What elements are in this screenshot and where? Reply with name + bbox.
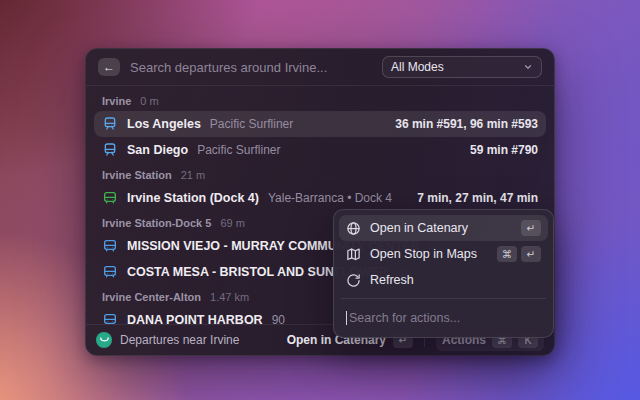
return-key-badge: ↵: [521, 220, 541, 236]
catenary-app-icon: [96, 332, 112, 348]
row-times: 7 min, 27 min, 47 min: [417, 191, 538, 205]
menu-item-shortcut: ↵: [521, 220, 541, 236]
row-title: Los Angeles: [127, 117, 201, 131]
section-title: Irvine: [102, 95, 131, 107]
text-caret: [346, 311, 347, 325]
search-bar: ← Search departures around Irvine... All…: [86, 49, 554, 86]
mode-filter-dropdown[interactable]: All Modes: [382, 56, 542, 78]
section-distance: 0 m: [140, 95, 158, 107]
section-title: Irvine Station: [102, 169, 172, 181]
row-times: 36 min #591, 96 min #593: [395, 117, 538, 131]
globe-icon: [346, 221, 361, 236]
row-subtitle: Pacific Surfliner: [210, 117, 293, 131]
menu-item-label: Refresh: [370, 273, 414, 287]
desktop-background: ← Search departures around Irvine... All…: [0, 0, 640, 400]
return-key-badge: ↵: [521, 246, 541, 262]
back-arrow-icon: ←: [103, 60, 115, 74]
row-times: 59 min #790: [470, 143, 538, 157]
row-subtitle: Pacific Surfliner: [197, 143, 280, 157]
menu-item-label: Open in Catenary: [370, 221, 468, 235]
section-title: Irvine Station-Dock 5: [102, 217, 211, 229]
actions-menu: Open in Catenary ↵ Open Stop in Maps ⌘ ↵…: [333, 209, 554, 338]
map-icon: [346, 247, 361, 262]
section-header: Irvine Station 21 m: [94, 163, 546, 185]
departure-row-san-diego[interactable]: San Diego Pacific Surfliner 59 min #790: [94, 137, 546, 163]
actions-search-placeholder: Search for actions...: [349, 311, 460, 325]
train-icon: [102, 142, 118, 158]
row-title: San Diego: [127, 143, 188, 157]
section-header: Irvine 0 m: [94, 89, 546, 111]
bus-icon: [102, 264, 118, 280]
bus-icon: [102, 190, 118, 206]
section-distance: 21 m: [181, 169, 205, 181]
row-title: Irvine Station (Dock 4): [127, 191, 259, 205]
menu-item-open-in-catenary[interactable]: Open in Catenary ↵: [339, 215, 548, 241]
row-route-number: 90: [272, 313, 285, 324]
row-subtitle: Yale-Barranca • Dock 4: [268, 191, 392, 205]
actions-search-input[interactable]: Search for actions...: [339, 304, 548, 332]
command-key-badge: ⌘: [497, 246, 517, 262]
bus-icon: [102, 238, 118, 254]
departure-row-irvine-station-dock4[interactable]: Irvine Station (Dock 4) Yale-Barranca • …: [94, 185, 546, 211]
train-icon: [102, 116, 118, 132]
section-distance: 1.47 km: [210, 291, 249, 303]
section-title: Irvine Center-Alton: [102, 291, 201, 303]
mode-filter-value: All Modes: [391, 60, 444, 74]
menu-item-label: Open Stop in Maps: [370, 247, 477, 261]
menu-item-shortcut: ⌘ ↵: [497, 246, 541, 262]
search-input[interactable]: Search departures around Irvine...: [130, 60, 372, 75]
section-distance: 69 m: [220, 217, 244, 229]
menu-item-refresh[interactable]: Refresh: [339, 267, 548, 293]
menu-divider: [341, 298, 546, 299]
command-title: Departures near Irvine: [120, 333, 239, 347]
back-button[interactable]: ←: [98, 58, 120, 76]
refresh-icon: [346, 273, 361, 288]
row-title: DANA POINT HARBOR: [127, 313, 263, 324]
chevron-down-icon: [523, 62, 533, 72]
departure-row-los-angeles[interactable]: Los Angeles Pacific Surfliner 36 min #59…: [94, 111, 546, 137]
menu-item-open-stop-in-maps[interactable]: Open Stop in Maps ⌘ ↵: [339, 241, 548, 267]
bus-icon: [102, 312, 118, 324]
